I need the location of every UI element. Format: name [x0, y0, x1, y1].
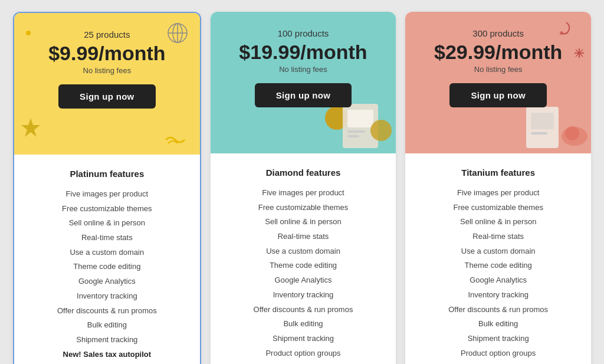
svg-marker-4	[21, 118, 40, 137]
product-count: 25 products	[48, 29, 165, 40]
svg-point-0	[168, 24, 187, 42]
feature-item: Free customizable themes	[222, 201, 385, 215]
svg-rect-17	[531, 132, 547, 135]
svg-rect-7	[347, 130, 365, 133]
feature-item: Use a custom domain	[26, 245, 188, 260]
svg-rect-8	[347, 135, 359, 137]
feature-item: Google Analytics	[222, 273, 385, 288]
feature-item: Use a custom domain	[417, 244, 579, 259]
pricing-card-platinum: 25 products$9.99/monthNo listing feesSig…	[13, 12, 201, 364]
svg-point-18	[562, 127, 587, 146]
card-header-titanium: 300 products$29.99/monthNo listing feesS…	[405, 12, 591, 153]
feature-item: Sell online & in person	[417, 215, 579, 229]
feature-item: Theme code editing	[26, 260, 188, 274]
svg-line-13	[576, 50, 583, 57]
feature-item: Use a custom domain	[222, 244, 385, 259]
product-count: 300 products	[434, 28, 562, 38]
pricing-container: 25 products$9.99/monthNo listing feesSig…	[13, 12, 591, 364]
deco-badge	[20, 117, 41, 143]
feature-item: Inventory tracking	[417, 288, 579, 303]
feature-item: Offer discounts & run promos	[417, 303, 579, 317]
svg-rect-15	[526, 107, 559, 148]
feature-item: Five images per product	[222, 186, 385, 201]
feature-item: Inventory tracking	[222, 288, 385, 303]
feature-item: Real-time stats	[26, 231, 188, 245]
svg-line-14	[576, 50, 583, 57]
pricing-card-titanium: 300 products$29.99/monthNo listing feesS…	[405, 12, 591, 364]
feature-item: Shipment tracking	[417, 332, 579, 346]
feature-item: Shipment tracking	[26, 333, 188, 347]
feature-item: Offer discounts & run promos	[26, 304, 188, 319]
no-fees: No listing fees	[239, 65, 367, 74]
features-title: Titanium features	[417, 168, 579, 178]
deco-dot	[26, 31, 31, 35]
deco-circle	[325, 106, 349, 130]
feature-item: Inventory tracking	[26, 289, 188, 304]
svg-rect-6	[347, 110, 373, 127]
card-body-platinum: Platinum featuresFive images per product…	[14, 155, 200, 364]
header-content-platinum: 25 products$9.99/monthNo listing feesSig…	[48, 29, 165, 109]
svg-point-9	[370, 120, 392, 141]
price: $29.99/month	[434, 41, 562, 64]
feature-item: Offer discounts & run promos	[222, 303, 385, 317]
feature-item: Five images per product	[417, 186, 579, 201]
feature-item: New! Sales tax autopilot	[417, 360, 579, 364]
feature-item: New! Sales tax autopilot	[222, 360, 385, 364]
signup-button[interactable]: Sign up now	[449, 83, 546, 107]
price: $9.99/month	[48, 42, 165, 65]
svg-rect-5	[343, 104, 378, 148]
feature-item: New! Sales tax autopilot	[26, 347, 188, 362]
svg-rect-16	[531, 113, 554, 129]
feature-item: Product option groups	[222, 346, 385, 361]
feature-item: Sell online & in person	[26, 216, 188, 231]
no-fees: No listing fees	[48, 66, 165, 75]
feature-item: Five images per product	[26, 187, 188, 202]
pricing-card-diamond: 100 products$19.99/monthNo listing feesS…	[211, 12, 396, 364]
feature-item: Free customizable themes	[26, 202, 188, 217]
card-header-platinum: 25 products$9.99/monthNo listing feesSig…	[14, 13, 200, 155]
product-count: 100 products	[239, 28, 367, 38]
header-content-diamond: 100 products$19.99/monthNo listing feesS…	[239, 28, 367, 107]
signup-button[interactable]: Sign up now	[255, 83, 352, 107]
feature-item: Bulk editing	[417, 317, 579, 332]
feature-item: Real-time stats	[222, 229, 385, 244]
no-fees: No listing fees	[434, 65, 562, 74]
feature-item: Theme code editing	[222, 258, 385, 273]
deco-globe	[167, 22, 188, 48]
feature-item: Google Analytics	[26, 274, 188, 289]
features-title: Diamond features	[222, 168, 385, 178]
feature-item: Real-time stats	[417, 229, 579, 244]
feature-item: Product option groups	[417, 346, 579, 361]
header-content-titanium: 300 products$29.99/monthNo listing feesS…	[434, 28, 562, 107]
feature-item: Free customizable themes	[417, 201, 579, 215]
card-body-titanium: Titanium featuresFive images per product…	[405, 153, 591, 364]
price: $19.99/month	[239, 41, 367, 64]
feature-item: Theme code editing	[417, 258, 579, 273]
card-header-diamond: 100 products$19.99/monthNo listing feesS…	[211, 12, 396, 153]
feature-item: Sell online & in person	[222, 215, 385, 229]
deco-squiggle	[165, 134, 188, 149]
signup-button[interactable]: Sign up now	[58, 84, 155, 109]
feature-item: Bulk editing	[26, 318, 188, 333]
feature-item: Google Analytics	[417, 273, 579, 288]
deco-spark	[573, 47, 585, 62]
features-title: Platinum features	[26, 169, 188, 179]
svg-point-19	[565, 126, 579, 140]
svg-point-1	[173, 24, 182, 42]
feature-item: Shipment tracking	[222, 332, 385, 346]
feature-item: Bulk editing	[222, 317, 385, 332]
card-body-diamond: Diamond featuresFive images per productF…	[211, 153, 396, 364]
